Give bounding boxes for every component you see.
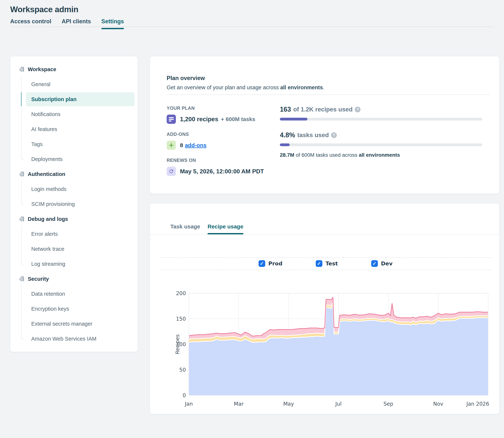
svg-text:50: 50 [179, 367, 186, 373]
addons-row: 8 add-ons [167, 141, 280, 150]
nav-group-label: Security [28, 276, 49, 282]
legend-item-prod[interactable]: ✓ Prod [259, 260, 282, 267]
sidebar-item-deployments[interactable]: Deployments [10, 152, 137, 167]
svg-text:Nov: Nov [433, 401, 443, 407]
sidebar-item-encryption-keys[interactable]: Encryption keys [10, 301, 137, 316]
nav-group-header-workspace: Workspace [10, 62, 137, 77]
tasks-usage-heading: 4.8% tasks used ? [280, 131, 490, 139]
nav-group-authentication: Authentication Login methods SCIM provis… [10, 167, 137, 212]
svg-text:150: 150 [176, 316, 186, 322]
svg-text:May: May [283, 401, 294, 407]
sidebar-item-scim-provisioning[interactable]: SCIM provisioning [10, 197, 137, 212]
tasks-usage-progress-fill [280, 143, 290, 146]
addons-count: 8 [180, 142, 183, 148]
plan-overview-card: Plan overview Get an overview of your pl… [150, 56, 499, 194]
svg-text:Jan 2026: Jan 2026 [466, 401, 489, 407]
svg-text:Sep: Sep [383, 401, 393, 407]
usage-chart-card: Task usage Recipe usage ✓ Prod ✓ Test ✓ … [150, 203, 499, 414]
recipes-usage-help-icon[interactable]: ? [355, 107, 360, 112]
org-shield-icon [19, 216, 25, 222]
svg-text:Recipes: Recipes [175, 334, 181, 354]
page-title: Workspace admin [10, 5, 78, 14]
sidebar-item-aws-iam[interactable]: Amazon Web Services IAM [10, 331, 137, 346]
tasks-usage-caption: 28.7M of 600M tasks used across all envi… [280, 152, 490, 158]
renews-row: May 5, 2026, 12:00:00 AM PDT [167, 167, 280, 176]
tasks-usage-progressbar [280, 143, 482, 146]
addons-link[interactable]: add-ons [185, 142, 206, 148]
sidebar-item-notifications[interactable]: Notifications [10, 107, 137, 122]
nav-group-label: Workspace [28, 66, 56, 72]
prod-checkbox[interactable]: ✓ [259, 260, 265, 267]
renew-refresh-icon [167, 167, 176, 176]
sidebar-item-network-trace[interactable]: Network trace [10, 241, 137, 256]
sidebar-item-general[interactable]: General [10, 77, 137, 92]
usage-tabs: Task usage Recipe usage [170, 223, 243, 234]
nav-group-debug-and-logs: Debug and logs Error alerts Network trac… [10, 212, 137, 272]
recipes-plan-icon [167, 115, 176, 124]
legend-divider-bottom [160, 270, 491, 270]
sidebar-item-log-streaming[interactable]: Log streaming [10, 256, 137, 272]
nav-group-label: Authentication [28, 171, 65, 177]
plan-divider [167, 94, 490, 95]
recipes-usage-progressbar [280, 118, 482, 120]
renews-on-label: RENEWS ON [167, 158, 280, 163]
legend-item-dev[interactable]: ✓ Dev [371, 260, 393, 267]
plan-overview-subtitle: Get an overview of your plan and usage a… [167, 85, 324, 90]
tab-recipe-usage[interactable]: Recipe usage [207, 223, 243, 234]
nav-group-header-security: Security [10, 272, 137, 286]
sidebar-item-tags[interactable]: Tags [10, 137, 137, 152]
nav-group-header-debug-and-logs: Debug and logs [10, 212, 137, 227]
plan-tasks-value: + 600M tasks [221, 116, 255, 122]
sidebar-item-subscription-plan[interactable]: Subscription plan [10, 92, 137, 107]
svg-text:Jul: Jul [335, 401, 342, 407]
nav-group-security: Security Data retention Encryption keys … [10, 272, 137, 346]
org-shield-icon [19, 171, 25, 178]
svg-text:0: 0 [183, 392, 186, 398]
tasks-usage-help-icon[interactable]: ? [331, 132, 337, 138]
sidebar-item-error-alerts[interactable]: Error alerts [10, 227, 137, 241]
tab-task-usage[interactable]: Task usage [170, 223, 200, 234]
your-plan-label: YOUR PLAN [167, 106, 280, 111]
renew-date: May 5, 2026, 12:00:00 AM PDT [180, 168, 264, 175]
stacked-area-chart: 050100150200JanMarMayJulSepNovJan 2026Re… [175, 287, 495, 409]
test-checkbox[interactable]: ✓ [316, 260, 322, 267]
plan-overview-title: Plan overview [167, 75, 205, 81]
sidebar-item-login-methods[interactable]: Login methods [10, 182, 137, 197]
svg-text:200: 200 [176, 290, 186, 296]
addons-label: ADD-ONS [167, 131, 280, 137]
nav-group-label: Debug and logs [28, 216, 68, 222]
org-shield-icon [19, 66, 25, 73]
recipes-usage-progress-fill [280, 118, 307, 120]
svg-text:Mar: Mar [234, 401, 244, 407]
settings-nav-sidebar: Workspace General Subscription plan Noti… [10, 56, 138, 352]
environment-legend: ✓ Prod ✓ Test ✓ Dev [160, 257, 491, 270]
org-shield-icon [19, 276, 25, 282]
header-divider [10, 27, 494, 27]
plan-recipes-value: 1,200 recipes [180, 116, 218, 123]
your-plan-row: 1,200 recipes + 600M tasks [167, 115, 280, 124]
addons-plus-icon [167, 141, 176, 150]
nav-group-workspace: Workspace General Subscription plan Noti… [10, 62, 137, 167]
sidebar-item-ai-features[interactable]: AI features [10, 122, 137, 137]
usage-tabs-divider [150, 235, 499, 235]
nav-group-header-authentication: Authentication [10, 167, 137, 182]
svg-text:Jan: Jan [184, 401, 193, 407]
legend-item-test[interactable]: ✓ Test [316, 260, 338, 267]
sidebar-item-data-retention[interactable]: Data retention [10, 286, 137, 301]
sidebar-item-external-secrets-manager[interactable]: External secrets manager [10, 316, 137, 331]
recipe-usage-chart: 050100150200JanMarMayJulSepNovJan 2026Re… [175, 287, 495, 409]
dev-checkbox[interactable]: ✓ [371, 260, 378, 267]
recipes-usage-heading: 163 of 1.2K recipes used ? [280, 106, 490, 113]
